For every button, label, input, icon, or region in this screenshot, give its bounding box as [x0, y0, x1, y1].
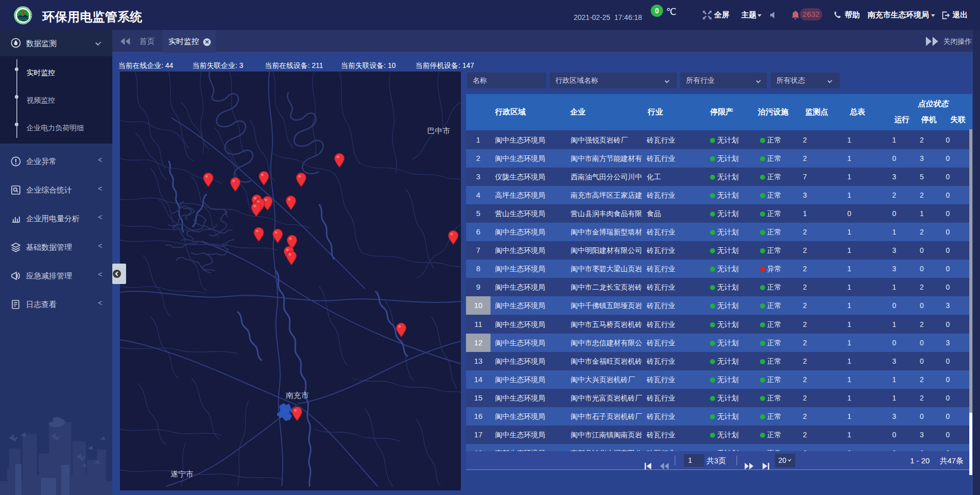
svg-text:南充市: 南充市 [286, 391, 309, 399]
svg-text:遂宁市: 遂宁市 [170, 469, 193, 478]
svg-text:巴中市: 巴中市 [427, 126, 450, 135]
